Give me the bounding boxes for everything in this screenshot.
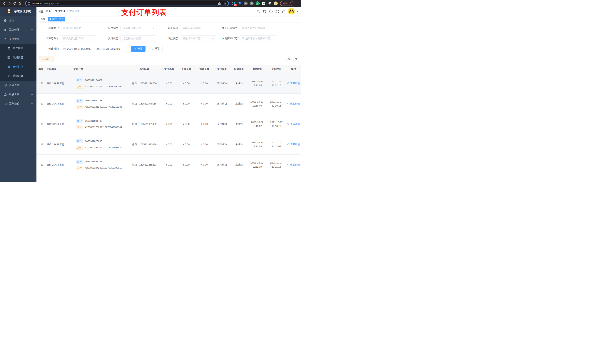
pay-status-select[interactable]: 请选择支付状态 [120,35,157,42]
extension-y-icon[interactable]: y [256,1,259,5]
merchant-order-no-input[interactable] [240,25,276,31]
browser-forward-icon[interactable] [7,1,12,6]
extension-badge: 10 [234,4,237,6]
yen-circle-icon [7,65,10,68]
document-copy-icon [7,74,10,77]
filter-pay-status: 支付状态 请选择支付状态 [99,35,157,42]
search-button[interactable]: 搜索 [131,46,146,52]
notify-status-select[interactable]: 请选择订单回调商户状态 [240,35,276,42]
view-detail-link[interactable]: 查看详情 [287,102,300,105]
extensions-puzzle-icon[interactable] [268,1,272,5]
chevron-down-icon [212,37,214,40]
table-row: 19 微信 JSAPI 支付 商户1635311881440 支付4200001… [36,114,301,134]
tab-pay-order[interactable]: 支付订单 × [48,17,65,21]
extension-recorder-icon[interactable] [250,1,254,5]
sidebar-item-pay-order[interactable]: 支付订单 [0,62,36,71]
table-header: 编号 支付渠道 支付订单 商品标题 支付金额 手续金额 退款金额 支付状态 回调… [36,65,301,73]
share-icon[interactable] [218,2,221,5]
chevron-down-icon [271,37,274,40]
view-detail-link[interactable]: 查看详情 [287,123,300,126]
page: localhost:1024/pay/order 10 ⌘ y 更新 ⋮ [0,0,301,182]
extension-gem-icon[interactable] [238,1,242,5]
bookmark-star-icon[interactable] [224,2,226,5]
font-size-icon[interactable] [281,8,286,15]
chevron-down-icon [152,37,155,40]
show-search-toggle-button[interactable] [286,57,291,62]
browser-back-icon[interactable] [2,1,7,6]
header-search-icon[interactable] [256,8,261,15]
refund-status-select[interactable]: 请选择退款状态 [180,35,216,42]
browser-toolbar: localhost:1024/pay/order 10 ⌘ y 更新 ⋮ [0,0,301,7]
merchant-tag: 商户 [76,139,83,143]
table-row: 21 微信 JSAPI 支付 商户1635312124657 支付4200001… [36,73,301,94]
pay-tag: 支付 [76,84,83,89]
breadcrumb-pay-manage[interactable]: 支付管理 [55,10,65,13]
browser-update-button[interactable]: 更新 ⋮ [280,1,293,6]
merchant-tag: 商户 [76,99,83,103]
sidebar-item-merchant-info[interactable]: 商户信息 [0,44,36,53]
extension-command-icon[interactable]: ⌘ [244,1,248,5]
browser-menu-dots-icon[interactable]: ⋮ [289,2,291,5]
date-range-start: 2021-10-01 00:00:00 [67,47,91,50]
dashboard-icon [4,19,7,22]
site-info-icon[interactable] [28,2,30,5]
reset-button[interactable]: 重置 [148,46,163,52]
help-question-icon[interactable] [268,8,274,15]
address-bar[interactable]: localhost:1024/pay/order [25,1,229,6]
channel-order-no-input[interactable] [61,35,97,42]
sidebar-item-infrastructure[interactable]: 基础设施 [0,81,36,90]
table-row-partial: 商户1635311251736 [36,175,301,182]
app-select[interactable]: 请选择应用信息 [120,25,157,31]
table-row: 20 微信 JSAPI 支付 商户1635311949168 支付4200001… [36,94,301,114]
breadcrumb-separator: / [53,10,53,13]
sidebar: 芋道管理系统 首页 系统管理 支付管理 商户信息 [0,7,36,182]
merchant-tag: 商户 [76,160,83,164]
merchant-tag: 商户 [76,119,83,123]
user-avatar[interactable] [288,8,294,14]
pay-tag: 支付 [76,146,83,150]
pay-tag: 支付 [76,125,83,129]
date-range-end: 2021-10-31 23:59:59 [96,47,120,50]
github-icon[interactable] [262,8,267,15]
fullscreen-icon[interactable] [274,8,280,15]
breadcrumb-home[interactable]: 首页 [46,10,51,13]
sidebar-item-workflow[interactable]: 工作流程 [0,99,36,108]
browser-home-icon[interactable] [17,1,22,6]
create-time-range-picker[interactable]: 2021-10-01 00:00:00 - 2021-10-31 23:59:5… [61,46,127,52]
channel-code-select[interactable]: 请输入渠道编码 [180,25,216,31]
tab-close-icon[interactable]: × [62,18,64,20]
sidebar-item-dev-tools[interactable]: 研发工具 [0,90,36,99]
app-title: 芋道管理系统 [14,10,31,13]
top-navbar: 首页 / 支付管理 / 支付订单 [36,7,301,16]
refresh-table-button[interactable] [293,57,298,62]
sidebar-item-payment[interactable]: 支付管理 [0,34,36,44]
extension-chat-icon[interactable] [262,1,266,5]
avatar-caret-icon[interactable] [297,11,298,13]
filter-channel-code: 渠道编码 请输入渠道编码 [158,25,216,31]
chevron-down-icon [31,84,33,86]
sidebar-item-app-info[interactable]: 应用信息 [0,53,36,62]
sidebar-item-refund-order[interactable]: 退款订单 [0,71,36,81]
profile-avatar-icon[interactable] [274,1,278,5]
chevron-up-icon [31,38,33,40]
breadcrumb-separator: / [67,10,68,13]
export-button[interactable]: 导出 [39,56,54,62]
tab-active-dot [49,18,51,20]
shop-icon [7,47,10,50]
sidebar-item-home[interactable]: 首页 [0,16,36,25]
chevron-down-icon [212,27,214,29]
tab-home[interactable]: 首页 [39,17,47,21]
view-detail-link[interactable]: 查看详情 [287,143,300,146]
browser-reload-icon[interactable] [12,1,17,6]
view-detail-link[interactable]: 查看详情 [287,82,300,85]
pay-tag: 支付 [76,105,83,109]
view-detail-link[interactable]: 查看详情 [287,163,300,166]
merchant-input[interactable] [61,25,97,31]
orders-table: 编号 支付渠道 支付订单 商品标题 支付金额 手续金额 退款金额 支付状态 回调… [36,65,301,182]
sidebar-logo[interactable]: 芋道管理系统 [0,7,36,16]
sidebar-item-system[interactable]: 系统管理 [0,25,36,34]
extension-tabs-icon[interactable]: 10 [232,1,236,5]
gear-icon [4,28,7,31]
filter-create-time: 创建时间 2021-10-01 00:00:00 - 2021-10-31 23… [39,46,127,52]
sidebar-fold-icon[interactable] [36,10,46,13]
